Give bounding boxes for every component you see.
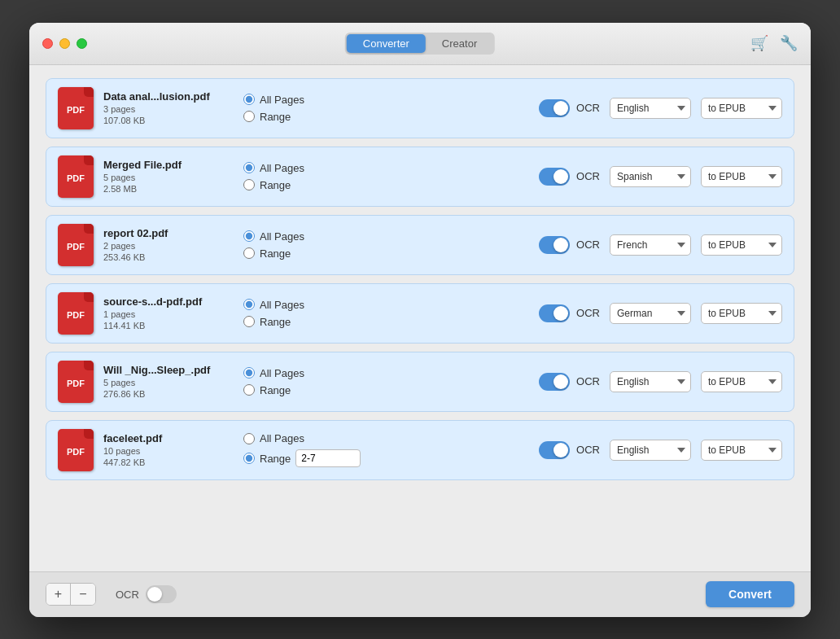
format-select[interactable]: to EPUBto DOCXto HTMLto TXTto RTF: [701, 371, 782, 392]
all-pages-option[interactable]: All Pages: [243, 94, 349, 106]
range-option[interactable]: Range: [243, 316, 349, 328]
format-select[interactable]: to EPUBto DOCXto HTMLto TXTto RTF: [701, 440, 782, 461]
range-option[interactable]: Range: [243, 384, 349, 396]
maximize-button[interactable]: [77, 38, 87, 49]
range-radio[interactable]: [243, 179, 255, 190]
language-select[interactable]: EnglishSpanishFrenchGermanItalianPortugu…: [610, 371, 691, 392]
page-option-group: All PagesRange: [243, 162, 349, 191]
file-row: PDFfaceleet.pdf10 pages447.82 KBAll Page…: [46, 420, 794, 480]
file-size: 447.82 KB: [103, 457, 234, 467]
main-window: Converter Creator 🛒 🔧 PDFData anal...lus…: [29, 23, 811, 617]
titlebar-right: 🛒 🔧: [750, 34, 798, 52]
all-pages-option[interactable]: All Pages: [243, 367, 349, 379]
ocr-label: OCR: [576, 444, 600, 456]
wrench-icon[interactable]: 🔧: [780, 34, 798, 52]
range-radio[interactable]: [243, 316, 255, 327]
footer: + − OCR Convert: [29, 571, 811, 617]
ocr-toggle[interactable]: [539, 236, 570, 254]
ocr-section: OCR: [539, 99, 600, 117]
ocr-toggle[interactable]: [539, 441, 570, 459]
range-option[interactable]: Range: [243, 111, 349, 123]
file-row: PDFWill _Nig...Sleep_.pdf5 pages276.86 K…: [46, 352, 794, 412]
pdf-label: PDF: [67, 105, 85, 115]
format-select[interactable]: to EPUBto DOCXto HTMLto TXTto RTF: [701, 98, 782, 119]
toggle-thumb: [553, 306, 568, 321]
pdf-icon: PDF: [58, 361, 94, 403]
add-button[interactable]: +: [46, 584, 71, 605]
file-info: Merged File.pdf5 pages2.58 MB: [103, 159, 234, 194]
ocr-section: OCR: [539, 304, 600, 322]
footer-toggle-thumb: [147, 587, 162, 602]
ocr-section: OCR: [539, 236, 600, 254]
footer-ocr-label: OCR: [116, 589, 139, 601]
range-option[interactable]: Range: [243, 247, 349, 260]
ocr-toggle[interactable]: [539, 304, 570, 322]
all-pages-radio[interactable]: [243, 367, 255, 379]
file-row: PDFreport 02.pdf2 pages253.46 KBAll Page…: [46, 215, 794, 275]
close-button[interactable]: [42, 38, 53, 49]
all-pages-radio[interactable]: [243, 94, 255, 105]
pdf-icon: PDF: [58, 429, 94, 471]
range-radio[interactable]: [243, 384, 255, 396]
tab-creator[interactable]: Creator: [426, 34, 493, 53]
file-info: faceleet.pdf10 pages447.82 KB: [103, 432, 234, 467]
language-select[interactable]: EnglishSpanishFrenchGermanItalianPortugu…: [610, 166, 691, 187]
ocr-section: OCR: [539, 168, 600, 186]
file-pages: 10 pages: [103, 446, 234, 456]
pdf-label: PDF: [67, 242, 85, 252]
language-select[interactable]: EnglishSpanishFrenchGermanItalianPortugu…: [610, 303, 691, 324]
pdf-label: PDF: [67, 447, 85, 457]
range-input[interactable]: [295, 449, 361, 467]
page-option-group: All PagesRange: [243, 432, 361, 467]
file-pages: 5 pages: [103, 173, 234, 182]
file-pages: 3 pages: [103, 104, 234, 114]
page-option-group: All PagesRange: [243, 299, 349, 328]
file-name: faceleet.pdf: [103, 432, 230, 444]
pdf-icon: PDF: [58, 224, 94, 266]
convert-button[interactable]: Convert: [706, 581, 794, 607]
file-name: Will _Nig...Sleep_.pdf: [103, 364, 230, 376]
minimize-button[interactable]: [59, 38, 70, 49]
range-option[interactable]: Range: [243, 179, 349, 191]
all-pages-option[interactable]: All Pages: [243, 230, 349, 243]
file-info: Data anal...lusion.pdf3 pages107.08 KB: [103, 90, 234, 125]
all-pages-option[interactable]: All Pages: [243, 299, 349, 311]
remove-button[interactable]: −: [71, 584, 95, 605]
language-select[interactable]: EnglishSpanishFrenchGermanItalianPortugu…: [610, 98, 691, 119]
all-pages-radio[interactable]: [243, 299, 255, 310]
pdf-icon: PDF: [58, 155, 94, 198]
file-info: source-s...d-pdf.pdf1 pages114.41 KB: [103, 295, 234, 330]
page-option-group: All PagesRange: [243, 367, 349, 396]
all-pages-option[interactable]: All Pages: [243, 432, 361, 444]
footer-ocr: OCR: [116, 585, 177, 603]
file-list: PDFData anal...lusion.pdf3 pages107.08 K…: [29, 65, 811, 571]
format-select[interactable]: to EPUBto DOCXto HTMLto TXTto RTF: [701, 234, 782, 256]
format-select[interactable]: to EPUBto DOCXto HTMLto TXTto RTF: [701, 303, 782, 324]
cart-icon[interactable]: 🛒: [750, 34, 768, 52]
format-select[interactable]: to EPUBto DOCXto HTMLto TXTto RTF: [701, 166, 782, 187]
all-pages-radio[interactable]: [243, 162, 255, 173]
all-pages-radio[interactable]: [243, 433, 255, 444]
range-radio[interactable]: [243, 247, 255, 259]
file-name: report 02.pdf: [103, 227, 230, 239]
ocr-toggle[interactable]: [539, 99, 570, 117]
range-radio[interactable]: [243, 111, 255, 122]
tab-converter[interactable]: Converter: [347, 34, 426, 53]
all-pages-radio[interactable]: [243, 230, 255, 242]
pdf-icon: PDF: [58, 87, 94, 129]
add-remove-group: + −: [46, 583, 96, 606]
all-pages-option[interactable]: All Pages: [243, 162, 349, 174]
page-option-group: All PagesRange: [243, 94, 349, 123]
file-info: Will _Nig...Sleep_.pdf5 pages276.86 KB: [103, 364, 234, 399]
language-select[interactable]: EnglishSpanishFrenchGermanItalianPortugu…: [610, 440, 691, 461]
titlebar: Converter Creator 🛒 🔧: [29, 23, 811, 65]
range-option[interactable]: Range: [243, 449, 361, 467]
ocr-toggle[interactable]: [539, 168, 570, 186]
pdf-label: PDF: [67, 173, 85, 183]
language-select[interactable]: EnglishSpanishFrenchGermanItalianPortugu…: [610, 234, 691, 256]
toggle-thumb: [553, 169, 568, 184]
footer-ocr-toggle[interactable]: [146, 585, 177, 603]
range-radio[interactable]: [243, 453, 255, 464]
file-size: 253.46 KB: [103, 252, 234, 262]
ocr-toggle[interactable]: [539, 373, 570, 391]
